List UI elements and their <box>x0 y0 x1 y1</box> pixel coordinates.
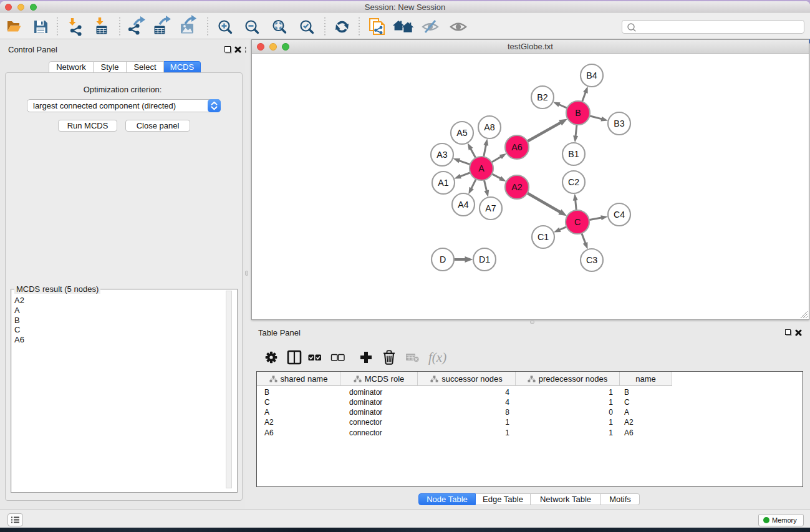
svg-text:B4: B4 <box>586 70 597 80</box>
svg-text:A2: A2 <box>511 182 522 192</box>
svg-text:B: B <box>575 108 581 118</box>
svg-text:B1: B1 <box>568 149 579 159</box>
svg-text:A5: A5 <box>456 128 467 138</box>
svg-text:D: D <box>440 254 446 264</box>
svg-text:A6: A6 <box>511 142 522 152</box>
svg-text:A7: A7 <box>485 203 496 213</box>
svg-text:B3: B3 <box>614 118 624 128</box>
svg-text:f(x): f(x) <box>428 350 446 365</box>
svg-text:B2: B2 <box>537 92 547 102</box>
svg-text:A8: A8 <box>484 122 494 132</box>
svg-text:A1: A1 <box>438 178 448 188</box>
svg-text:A: A <box>478 163 485 173</box>
svg-text:C2: C2 <box>568 177 579 187</box>
svg-text:C1: C1 <box>538 232 549 242</box>
svg-text:C: C <box>574 217 581 227</box>
svg-text:A4: A4 <box>458 200 468 210</box>
svg-text:A3: A3 <box>436 150 447 160</box>
svg-text:D1: D1 <box>479 254 490 264</box>
svg-text:C3: C3 <box>586 255 597 265</box>
svg-text:C4: C4 <box>614 210 625 220</box>
